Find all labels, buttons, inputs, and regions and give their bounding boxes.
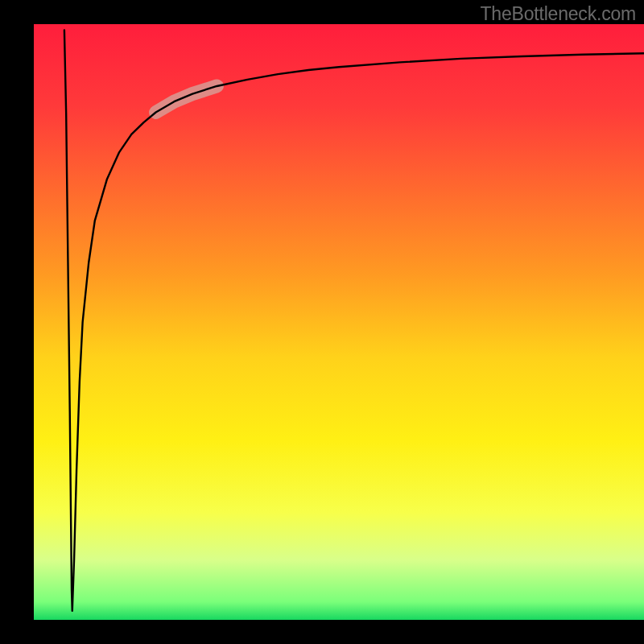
- chart-container: TheBottleneck.com: [0, 0, 644, 644]
- chart-plot-bg: [34, 24, 644, 620]
- watermark-text: TheBottleneck.com: [481, 3, 636, 25]
- chart-svg: [0, 0, 644, 644]
